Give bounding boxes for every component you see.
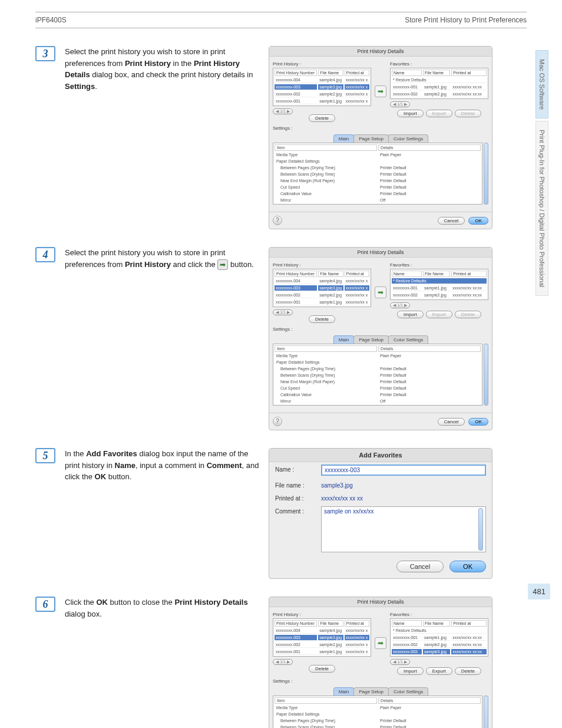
favorites-row[interactable]: xxxxxxxx-002sample2.jpgxxxx/xx/xx xx:xx: [392, 91, 487, 97]
col-filename[interactable]: File Name: [423, 271, 450, 277]
settings-row: Between Scans (Drying Time)Printer Defau…: [275, 373, 481, 378]
fav-delete-button[interactable]: Delete: [455, 110, 481, 117]
import-button[interactable]: Import: [397, 110, 424, 117]
name-label: Name :: [275, 465, 316, 473]
tab-page-setup[interactable]: Page Setup: [353, 335, 389, 344]
favorites-row[interactable]: xxxxxxxx-002sample2.jpgxxxx/xx/xx xx:xx: [392, 642, 487, 648]
export-button[interactable]: Export: [426, 110, 452, 117]
help-icon[interactable]: ?: [273, 216, 282, 225]
col-printed[interactable]: Printed at: [451, 620, 487, 627]
favorites-pager[interactable]: ◀ 1/1 ▶: [390, 659, 410, 665]
add-to-favorites-button[interactable]: ➡: [375, 286, 386, 298]
cancel-button[interactable]: Cancel: [438, 418, 465, 426]
col-printed[interactable]: Printed at: [451, 271, 487, 277]
print-history-label: Print History :: [273, 61, 371, 67]
tab-main[interactable]: Main: [333, 134, 354, 143]
delete-button[interactable]: Delete: [309, 315, 335, 323]
favorites-row[interactable]: xxxxxxxx-001sample1.jpgxxxx/xx/xx xx:xx: [392, 285, 487, 291]
favorites-row[interactable]: xxxxxxxx-003sample3.jpgxxxx/xx/xx xx:xx: [392, 649, 487, 655]
history-row[interactable]: xxxxxxxx-004sample4.jpgxxxx/xx/xx x: [275, 77, 369, 83]
fav-delete-button[interactable]: Delete: [455, 311, 481, 318]
col-printed[interactable]: Printed at: [345, 70, 369, 76]
history-row[interactable]: xxxxxxxx-004sample4.jpgxxxx/xx/xx x: [275, 628, 369, 634]
history-row[interactable]: xxxxxxxx-001sample1.jpgxxxx/xx/xx x: [275, 649, 369, 655]
settings-scrollbar[interactable]: [484, 143, 488, 205]
printedat-value: xxxx/xx/xx xx xx: [321, 493, 486, 502]
favorites-row[interactable]: * Restore Defaults: [392, 77, 487, 83]
fav-delete-button[interactable]: Delete: [455, 667, 481, 675]
col-filename[interactable]: File Name: [318, 70, 343, 76]
col-name[interactable]: Name: [392, 620, 422, 627]
settings-row: Between Pages (Drying Time)Printer Defau…: [275, 165, 481, 170]
col-filename[interactable]: File Name: [423, 620, 450, 627]
col-item: Item: [275, 345, 377, 352]
ok-button[interactable]: OK: [468, 418, 488, 426]
history-pager[interactable]: ◀ 1/1 ▶: [273, 659, 293, 665]
favorites-pager[interactable]: ◀ 1/1 ▶: [390, 302, 410, 308]
history-pager[interactable]: ◀ 1/1 ▶: [273, 108, 293, 114]
import-button[interactable]: Import: [397, 311, 424, 318]
col-printed[interactable]: Printed at: [345, 620, 369, 627]
tab-color-settings[interactable]: Color Settings: [388, 134, 428, 143]
tab-page-setup[interactable]: Page Setup: [353, 687, 389, 696]
history-row[interactable]: xxxxxxxx-003sample3.jpgxxxx/xx/xx x: [275, 635, 369, 641]
cancel-button[interactable]: Cancel: [438, 217, 465, 225]
help-icon[interactable]: ?: [273, 417, 282, 426]
tab-color-settings[interactable]: Color Settings: [388, 687, 428, 696]
side-tab-macos[interactable]: Mac OS Software: [535, 50, 548, 118]
col-filename[interactable]: File Name: [318, 620, 343, 627]
export-button[interactable]: Export: [426, 311, 452, 318]
col-printed[interactable]: Printed at: [345, 271, 369, 277]
settings-scrollbar[interactable]: [484, 696, 488, 728]
favorites-row[interactable]: xxxxxxxx-001sample1.jpgxxxx/xx/xx xx:xx: [392, 84, 487, 90]
side-tabs: Mac OS Software Print Plug-In for Photos…: [534, 50, 550, 298]
name-input[interactable]: xxxxxxxx-003: [321, 465, 486, 476]
tab-color-settings[interactable]: Color Settings: [388, 335, 428, 344]
favorites-row[interactable]: * Restore Defaults: [392, 628, 487, 634]
col-name[interactable]: Name: [392, 271, 422, 277]
history-row[interactable]: xxxxxxxx-004sample4.jpgxxxx/xx/xx x: [275, 278, 369, 284]
tab-main[interactable]: Main: [333, 687, 354, 696]
scrollbar[interactable]: [478, 508, 483, 551]
settings-scrollbar[interactable]: [484, 344, 488, 406]
col-ph-number[interactable]: Print History Number: [275, 620, 317, 627]
side-tab-plugin[interactable]: Print Plug-In for Photoshop / Digital Ph…: [535, 121, 548, 296]
comment-textarea[interactable]: sample on xx/xx/xx: [321, 506, 486, 552]
settings-row: Calibration ValuePrinter Default: [275, 191, 481, 196]
add-to-favorites-button[interactable]: ➡: [375, 85, 386, 97]
settings-table: ItemDetails Media TypePlain PaperPaper D…: [273, 143, 482, 205]
favorites-row[interactable]: xxxxxxxx-001sample1.jpgxxxx/xx/xx xx:xx: [392, 635, 487, 641]
history-row[interactable]: xxxxxxxx-001sample1.jpgxxxx/xx/xx x: [275, 299, 369, 305]
favorites-row[interactable]: xxxxxxxx-002sample2.jpgxxxx/xx/xx xx:xx: [392, 292, 487, 298]
history-row[interactable]: xxxxxxxx-002sample2.jpgxxxx/xx/xx x: [275, 642, 369, 648]
ok-button[interactable]: OK: [449, 561, 486, 572]
col-printed[interactable]: Printed at: [451, 70, 487, 76]
favorites-row[interactable]: * Restore Defaults: [392, 278, 487, 284]
dialog-title: Add Favorites: [269, 449, 492, 462]
tab-main[interactable]: Main: [333, 335, 354, 344]
step-4-text: Select the print history you wish to sto…: [65, 247, 259, 430]
col-filename[interactable]: File Name: [318, 271, 343, 277]
col-ph-number[interactable]: Print History Number: [275, 271, 317, 277]
history-row[interactable]: xxxxxxxx-002sample2.jpgxxxx/xx/xx x: [275, 91, 369, 97]
col-details: Details: [378, 345, 481, 352]
export-button[interactable]: Export: [426, 667, 452, 675]
history-pager[interactable]: ◀ 1/1 ▶: [273, 309, 293, 315]
add-to-favorites-button[interactable]: ➡: [375, 637, 386, 649]
import-button[interactable]: Import: [397, 667, 424, 675]
col-ph-number[interactable]: Print History Number: [275, 70, 317, 76]
delete-button[interactable]: Delete: [309, 665, 335, 673]
col-filename[interactable]: File Name: [423, 70, 450, 76]
cancel-button[interactable]: Cancel: [396, 561, 444, 572]
col-name[interactable]: Name: [392, 70, 422, 76]
history-row[interactable]: xxxxxxxx-003sample3.jpgxxxx/xx/xx x: [275, 84, 369, 90]
ok-button[interactable]: OK: [468, 217, 488, 225]
history-row[interactable]: xxxxxxxx-003sample3.jpgxxxx/xx/xx x: [275, 285, 369, 291]
history-row[interactable]: xxxxxxxx-002sample2.jpgxxxx/xx/xx x: [275, 292, 369, 298]
favorites-pager[interactable]: ◀ 1/1 ▶: [390, 101, 410, 107]
history-row[interactable]: xxxxxxxx-001sample1.jpgxxxx/xx/xx x: [275, 98, 369, 104]
step-4: 4 Select the print history you wish to s…: [35, 247, 527, 430]
tab-page-setup[interactable]: Page Setup: [353, 134, 389, 143]
print-history-details-dialog: Print History Details Print History : Pr…: [269, 597, 492, 728]
delete-button[interactable]: Delete: [309, 114, 335, 122]
